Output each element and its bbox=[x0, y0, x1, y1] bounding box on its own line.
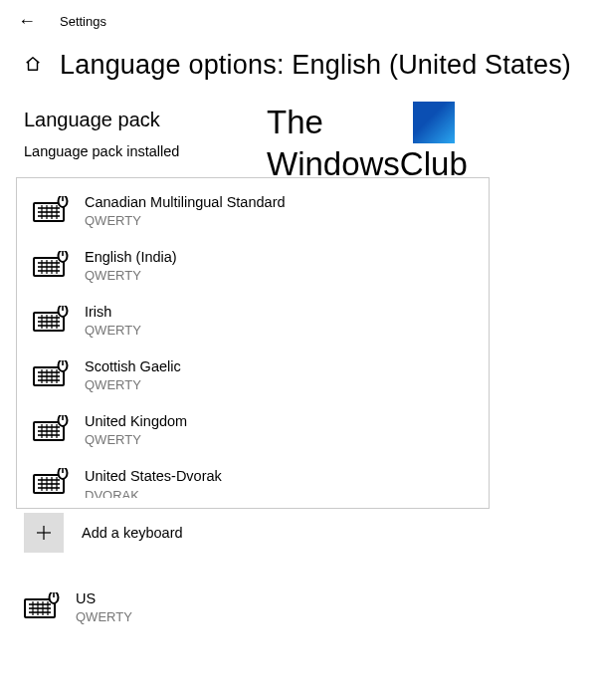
add-keyboard-button[interactable] bbox=[24, 513, 64, 553]
keyboard-icon bbox=[33, 251, 69, 281]
keyboard-icon bbox=[33, 196, 69, 226]
keyboard-name: US bbox=[76, 590, 132, 607]
keyboard-option[interactable]: Irish QWERTY bbox=[17, 294, 489, 349]
keyboard-option[interactable]: Scottish Gaelic QWERTY bbox=[17, 349, 489, 403]
keyboard-name: United States-Dvorak bbox=[85, 468, 222, 485]
keyboard-option[interactable]: English (India) QWERTY bbox=[17, 239, 489, 294]
keyboard-name: English (India) bbox=[85, 249, 177, 266]
keyboard-option[interactable]: United States-Dvorak DVORAK bbox=[17, 458, 489, 508]
keyboard-icon bbox=[24, 592, 60, 622]
plus-icon bbox=[34, 523, 54, 543]
keyboard-layout: QWERTY bbox=[85, 377, 181, 393]
keyboard-name: Scottish Gaelic bbox=[85, 358, 181, 375]
keyboard-name: United Kingdom bbox=[85, 413, 187, 430]
page-title: Language options: English (United States… bbox=[60, 50, 571, 81]
keyboard-icon bbox=[33, 360, 69, 390]
keyboard-dropdown-list[interactable]: Canadian Multilingual Standard QWERTY En… bbox=[16, 177, 490, 509]
keyboard-layout: QWERTY bbox=[85, 432, 187, 448]
language-pack-status: Language pack installed bbox=[0, 137, 597, 177]
back-button[interactable]: ← bbox=[18, 12, 36, 30]
keyboard-layout: QWERTY bbox=[85, 268, 177, 284]
add-keyboard-label: Add a keyboard bbox=[82, 525, 183, 541]
keyboard-icon bbox=[33, 306, 69, 336]
keyboard-layout: QWERTY bbox=[85, 213, 286, 229]
keyboard-option[interactable]: United Kingdom QWERTY bbox=[17, 403, 489, 458]
keyboard-name: Canadian Multilingual Standard bbox=[85, 194, 286, 211]
keyboard-icon bbox=[33, 415, 69, 445]
keyboard-layout: QWERTY bbox=[76, 609, 132, 625]
keyboard-layout: QWERTY bbox=[85, 323, 141, 339]
keyboard-layout: DVORAK bbox=[85, 488, 222, 498]
home-icon[interactable] bbox=[24, 55, 42, 76]
keyboard-icon bbox=[33, 468, 69, 498]
section-title: Language pack bbox=[0, 89, 597, 137]
keyboard-name: Irish bbox=[85, 304, 141, 321]
installed-keyboard-item[interactable]: US QWERTY bbox=[0, 581, 597, 635]
app-name: Settings bbox=[60, 14, 106, 29]
keyboard-option[interactable]: Canadian Multilingual Standard QWERTY bbox=[17, 184, 489, 239]
